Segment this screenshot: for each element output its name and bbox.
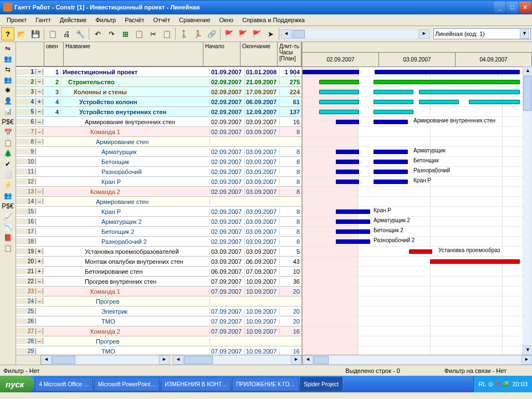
menu-Отчёт[interactable]: Отчёт: [149, 16, 175, 24]
cell-name[interactable]: Кран Р: [61, 208, 210, 215]
table-row[interactable]: 24–Прогрев: [16, 296, 301, 306]
help-icon[interactable]: ?: [1, 27, 14, 40]
gantt-row[interactable]: [303, 267, 532, 277]
flag3-icon[interactable]: 🚩: [250, 27, 263, 40]
gantt-bar[interactable]: [419, 100, 459, 104]
link-icon[interactable]: 🔗: [205, 27, 218, 40]
gantt-bar[interactable]: [336, 150, 359, 154]
cell-name[interactable]: Бетонщик: [61, 158, 210, 165]
table-row[interactable]: 13–Команда 202.09.200703.09.20078: [16, 187, 301, 197]
table-row[interactable]: 20+Монтаж опалубки внутренних стен03.09.…: [16, 257, 301, 267]
gantt-row[interactable]: [303, 67, 532, 77]
table-row[interactable]: 22–Прогрев внутренних стен07.09.200710.0…: [16, 277, 301, 287]
cell-name[interactable]: Прогрев: [61, 298, 210, 305]
gantt-row[interactable]: Разнорабочий: [303, 167, 532, 177]
close-button[interactable]: ×: [519, 2, 531, 13]
gantt-bar[interactable]: [336, 120, 359, 124]
open-icon[interactable]: 📂: [15, 27, 28, 40]
gantt-bar[interactable]: [336, 170, 359, 174]
gantt-bar[interactable]: [319, 100, 359, 104]
header-duration[interactable]: Длит-тьЧасы[План]: [278, 42, 301, 66]
gantt-bar[interactable]: [375, 70, 520, 74]
gantt-bar[interactable]: [409, 249, 432, 254]
taskbar-item[interactable]: Microsoft PowerPoint…: [94, 377, 160, 391]
expand-toggle[interactable]: –: [36, 109, 43, 115]
paste-icon[interactable]: 📋: [160, 27, 173, 40]
table-row[interactable]: 17Бетонщик 202.09.200703.09.20078: [16, 227, 301, 237]
cell-name[interactable]: Прогрев внутренних стен: [61, 278, 210, 285]
left-tool-icon[interactable]: ⇋: [2, 43, 14, 53]
table-row[interactable]: 10Бетонщик02.09.200703.09.20078: [16, 157, 301, 167]
cell-name[interactable]: Армирование стен: [61, 198, 210, 205]
gantt-row[interactable]: [303, 277, 532, 287]
taskbar-item[interactable]: 4 Microsoft Office …: [35, 377, 93, 391]
gantt-bar[interactable]: [374, 170, 408, 174]
cell-name[interactable]: Установка проемообразователей: [61, 248, 210, 255]
menu-Проект[interactable]: Проект: [2, 16, 31, 24]
expand-toggle[interactable]: –: [36, 79, 43, 85]
cell-name[interactable]: Команда 2: [61, 188, 210, 195]
date-header[interactable]: 02.09.2007: [303, 53, 379, 66]
date-header[interactable]: 04.09.2007: [456, 53, 532, 66]
expand-toggle[interactable]: +: [36, 248, 43, 254]
gantt-bar[interactable]: [336, 239, 370, 244]
gantt-row[interactable]: Установка проемообраз: [303, 247, 532, 257]
expand-toggle[interactable]: –: [36, 119, 43, 125]
view-combo[interactable]: Линейная (код: 1) ▼: [433, 28, 531, 39]
gantt-bar[interactable]: [319, 110, 359, 114]
gantt-row[interactable]: [303, 77, 532, 87]
table-row[interactable]: 15Кран Р02.09.200703.09.20078: [16, 207, 301, 217]
gantt-row[interactable]: Бетонщик 2: [303, 227, 532, 237]
expand-toggle[interactable]: –: [36, 198, 43, 204]
gantt-vscroll[interactable]: ▲ ▼: [523, 66, 532, 355]
table-row[interactable]: 1–1Инвестиционный проект01.09.200701.01.…: [16, 67, 301, 77]
table-row[interactable]: 8–Армирование стен: [16, 137, 301, 147]
table-row[interactable]: 7–Команда 102.09.200703.09.20078: [16, 127, 301, 137]
header-name[interactable]: Название: [64, 42, 203, 66]
gantt-bar[interactable]: [374, 160, 408, 164]
start-button[interactable]: пуск: [0, 376, 34, 392]
cell-name[interactable]: Строительство: [61, 79, 210, 85]
gantt-bar[interactable]: [374, 80, 520, 84]
gantt-row[interactable]: [303, 187, 532, 197]
menu-Действие[interactable]: Действие: [55, 16, 91, 24]
expand-toggle[interactable]: +: [36, 258, 43, 264]
left-tool-icon[interactable]: 📅: [2, 127, 14, 137]
cell-name[interactable]: Монтаж опалубки внутренних стен: [61, 258, 210, 265]
cell-name[interactable]: Арматурщик 2: [61, 218, 210, 225]
expand-toggle[interactable]: –: [36, 288, 43, 294]
gantt-row[interactable]: [303, 127, 532, 137]
cell-name[interactable]: ТМО: [61, 348, 210, 355]
cell-name[interactable]: Прогрев: [61, 338, 210, 345]
grid-body[interactable]: 1–1Инвестиционный проект01.09.200701.01.…: [16, 67, 301, 355]
cell-name[interactable]: Арматурщик: [61, 149, 210, 155]
gantt-bar[interactable]: [336, 209, 370, 214]
expand-toggle[interactable]: –: [36, 298, 43, 304]
cell-name[interactable]: Кран Р: [61, 178, 210, 185]
tray-icon[interactable]: ◥: [495, 381, 500, 388]
system-tray[interactable]: RL ⊙ ◥ 🧩 20:03: [473, 376, 532, 392]
header-start[interactable]: Начало: [203, 42, 241, 66]
undo-icon[interactable]: ↶: [91, 27, 104, 40]
gantt-row[interactable]: [303, 296, 532, 306]
clipboard-icon[interactable]: 📋: [132, 27, 146, 40]
header-end[interactable]: Окончание: [241, 42, 278, 66]
gantt-bar[interactable]: [336, 229, 370, 234]
menu-Сравнение[interactable]: Сравнение: [175, 16, 215, 24]
table-row[interactable]: 18Разнорабочий 202.09.200703.09.20078: [16, 237, 301, 247]
lang-indicator[interactable]: RL: [478, 381, 486, 387]
gantt-row[interactable]: [303, 287, 532, 296]
left-tool-icon[interactable]: 👥: [2, 54, 14, 64]
table-row[interactable]: 6–Армирование внутреннних стен02.09.2007…: [16, 117, 301, 127]
table-row[interactable]: 29ТМО07.09.200710.09.200716: [16, 346, 301, 355]
gantt-bar[interactable]: [319, 90, 359, 94]
left-tool-icon[interactable]: ⚡: [2, 180, 14, 190]
gantt-bar[interactable]: [419, 90, 520, 94]
clock[interactable]: 20:03: [512, 381, 528, 387]
left-tool-icon[interactable]: 📋: [2, 138, 14, 148]
cell-name[interactable]: Армирование стен: [61, 139, 210, 145]
gantt-bar[interactable]: [374, 110, 413, 114]
gantt-row[interactable]: [303, 336, 532, 346]
gantt-row[interactable]: [303, 197, 532, 207]
expand-toggle[interactable]: –: [36, 129, 43, 135]
